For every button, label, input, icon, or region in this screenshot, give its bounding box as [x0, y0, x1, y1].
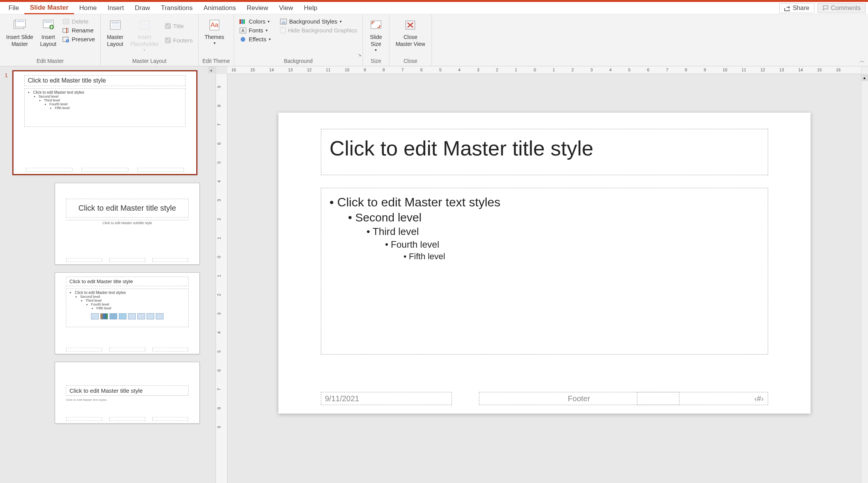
thumb-layout-1[interactable]: Click to edit Master title style Click t…: [55, 183, 200, 265]
thumb-scroll-up[interactable]: ▴: [208, 66, 215, 73]
fonts-icon: A: [239, 27, 246, 34]
thumb-master-body: Click to edit Master text styles Second …: [24, 88, 185, 127]
tab-slide-master[interactable]: Slide Master: [24, 2, 74, 14]
insert-layout-button[interactable]: Insert Layout: [38, 17, 59, 48]
insert-picture-icon: [128, 313, 136, 319]
background-dialog-launcher[interactable]: ↘: [358, 52, 361, 57]
h-ruler-tick: 7: [401, 68, 404, 72]
tab-transitions[interactable]: Transitions: [155, 2, 198, 14]
colors-button[interactable]: Colors ▾: [238, 17, 272, 25]
tab-home[interactable]: Home: [74, 2, 102, 14]
h-ruler-tick: 16: [231, 68, 236, 72]
h-ruler-tick: 14: [798, 68, 803, 72]
insert-slide-master-button[interactable]: Insert Slide Master: [4, 17, 35, 48]
comments-button[interactable]: Comments: [817, 3, 866, 13]
chevron-down-icon: ▾: [340, 19, 342, 24]
effects-button[interactable]: Effects ▾: [238, 35, 272, 43]
h-ruler-tick: 1: [515, 68, 517, 72]
thumb-layout2-title: Click to edit Master title style: [66, 277, 189, 286]
thumbnail-layout-title-content[interactable]: Click to edit Master title style Click t…: [0, 272, 216, 354]
tab-animations[interactable]: Animations: [198, 2, 241, 14]
h-ruler-tick: 1: [553, 68, 555, 72]
effects-icon: [239, 36, 246, 42]
thumbnail-layout-section-header[interactable]: Click to edit Master title style Click t…: [0, 362, 216, 424]
thumbnail-master-slide[interactable]: Click to edit Master title style Click t…: [12, 70, 197, 175]
tab-help[interactable]: Help: [298, 2, 323, 14]
rename-button[interactable]: Rename: [61, 26, 96, 34]
vertical-ruler[interactable]: 9876543210123456789: [216, 74, 228, 483]
colors-label: Colors: [249, 18, 265, 25]
master-title-placeholder[interactable]: Click to edit Master title style: [321, 129, 768, 175]
v-ruler-tick: 3: [217, 312, 226, 315]
svg-rect-20: [243, 19, 245, 24]
v-ruler-tick: 3: [217, 199, 226, 201]
slide-size-icon: [369, 18, 383, 32]
themes-button[interactable]: Aa Themes ▾: [202, 17, 227, 46]
group-edit-master-label: Edit Master: [4, 57, 96, 65]
chevron-down-icon: ▾: [214, 41, 216, 46]
share-button[interactable]: Share: [779, 3, 814, 13]
delete-label: Delete: [72, 18, 88, 25]
fonts-button[interactable]: A Fonts ▾: [238, 26, 272, 34]
group-close-label: Close: [393, 57, 428, 65]
footers-checkbox: Footers: [163, 36, 194, 44]
slide-master-canvas[interactable]: Click to edit Master title style Click t…: [278, 113, 811, 414]
footers-checkbox-label: Footers: [173, 37, 193, 44]
tab-review[interactable]: Review: [241, 2, 274, 14]
chevron-down-icon: ▾: [269, 37, 271, 41]
hide-bg-label: Hide Background Graphics: [288, 27, 357, 34]
group-master-layout-label: Master Layout: [104, 57, 194, 65]
thumb-layout1-footers: [55, 258, 199, 262]
master-layout-button[interactable]: Master Layout: [104, 17, 126, 48]
preserve-button[interactable]: Preserve: [61, 35, 96, 43]
v-ruler-tick: 1: [217, 275, 226, 277]
rename-icon: [62, 27, 69, 34]
vertical-scrollbar[interactable]: [861, 66, 868, 483]
thumbnail-panel[interactable]: ▴ 1 Click to edit Master title style Cli…: [0, 66, 216, 483]
footer-text: Footer: [568, 394, 590, 403]
chevron-down-icon: ▾: [143, 47, 145, 52]
ribbon-collapse-button[interactable]: ︿: [860, 57, 865, 64]
rename-label: Rename: [72, 27, 94, 34]
thumb-layout1-subtitle: Click to edit Master subtitle style: [66, 220, 189, 225]
slide-size-button[interactable]: Slide Size ▾: [367, 17, 385, 53]
tab-draw[interactable]: Draw: [129, 2, 155, 14]
thumb-layout2-body: Click to edit Master text styles Second …: [66, 289, 189, 327]
svg-rect-4: [44, 21, 52, 23]
thumb-body-l4: Fourth level: [49, 102, 182, 106]
v-ruler-tick: 8: [217, 407, 226, 409]
background-styles-icon: [280, 19, 287, 25]
thumb-layout-2[interactable]: Click to edit Master title style Click t…: [55, 272, 200, 354]
thumbnail-layout-title-slide[interactable]: Click to edit Master title style Click t…: [0, 183, 216, 265]
insert-slide-master-icon: [13, 18, 27, 32]
tab-view[interactable]: View: [274, 2, 299, 14]
background-styles-label: Background Styles: [289, 18, 337, 25]
v-ruler-tick: 9: [217, 86, 226, 88]
h-ruler-tick: 11: [742, 68, 746, 72]
body-level-5: Fifth level: [330, 252, 759, 262]
scroll-up-button[interactable]: ▴: [861, 74, 868, 81]
insert-placeholder-button[interactable]: Insert Placeholder ▾: [128, 17, 161, 53]
date-placeholder[interactable]: 9/11/2021: [321, 392, 452, 405]
group-edit-theme: Aa Themes ▾ Edit Theme: [199, 14, 234, 66]
svg-rect-12: [111, 22, 119, 24]
close-master-view-button[interactable]: Close Master View: [393, 17, 428, 48]
tab-file[interactable]: File: [3, 2, 24, 14]
horizontal-ruler[interactable]: 1615141312111098765432101234567891011121…: [228, 66, 861, 74]
background-styles-button[interactable]: Background Styles ▾: [278, 17, 359, 25]
slide-number-placeholder[interactable]: ‹#›: [637, 392, 768, 405]
thumbnail-master-number: 1: [5, 70, 12, 78]
master-body-placeholder[interactable]: Click to edit Master text styles Second …: [321, 188, 768, 355]
h-ruler-tick: 6: [647, 68, 649, 72]
h-ruler-tick: 10: [723, 68, 727, 72]
thumb-master-footers: [13, 168, 196, 172]
comments-label: Comments: [831, 5, 861, 12]
tab-insert[interactable]: Insert: [102, 2, 130, 14]
ribbon-tabs: File Slide Master Home Insert Draw Trans…: [0, 2, 868, 14]
h-ruler-tick: 3: [477, 68, 479, 72]
thumb-layout-3[interactable]: Click to edit Master title style Click t…: [55, 362, 200, 424]
thumbnail-master[interactable]: 1 Click to edit Master title style Click…: [0, 70, 216, 175]
svg-rect-2: [17, 20, 24, 22]
slide-canvas-area[interactable]: Click to edit Master title style Click t…: [228, 66, 861, 483]
title-checkbox-input: [165, 23, 171, 29]
